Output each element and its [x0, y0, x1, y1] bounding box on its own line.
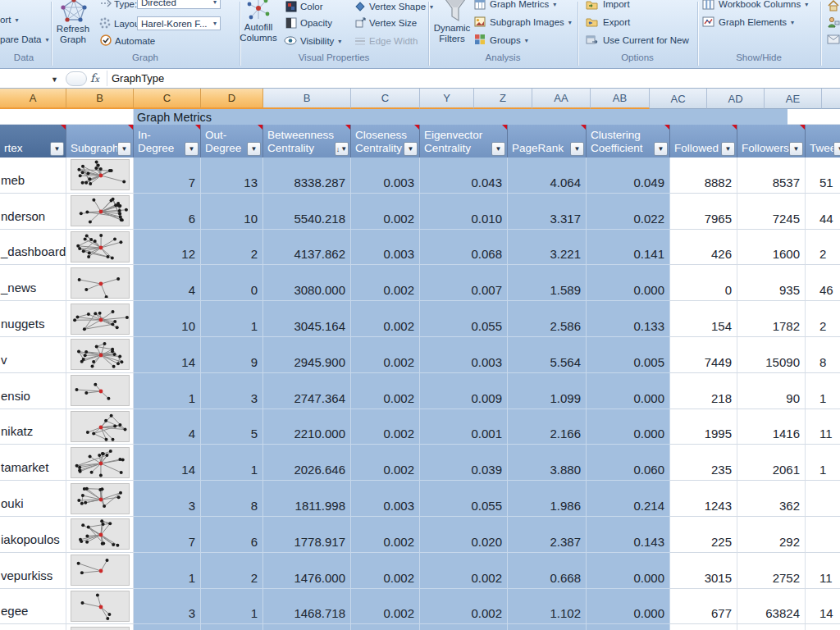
- eigenvector-cell-partial-13[interactable]: [420, 624, 508, 630]
- vertex-cell-v[interactable]: v: [0, 337, 66, 373]
- eigenvector-cell-ouki[interactable]: 0.055: [420, 481, 508, 517]
- tweets-cell-tamarket[interactable]: 1: [806, 445, 840, 481]
- out-degree-cell-nikatz[interactable]: 5: [201, 409, 263, 445]
- betweenness-cell-vepurkiss[interactable]: 1476.000: [263, 553, 351, 589]
- col-pagerank-header[interactable]: PageRank▼: [508, 125, 587, 158]
- out-degree-cell-meb[interactable]: 13: [201, 158, 263, 194]
- col-followers-filter-button[interactable]: ▼: [789, 142, 803, 156]
- eigenvector-cell-vepurkiss[interactable]: 0.002: [420, 553, 508, 589]
- autofill-columns-button[interactable]: Autofill Columns: [235, 22, 282, 43]
- followed-cell-egee[interactable]: 677: [670, 589, 737, 625]
- col-out_degree-header[interactable]: Out-Degree▼: [201, 125, 263, 158]
- clustering-cell-nderson[interactable]: 0.022: [587, 194, 670, 230]
- vertex-cell-ouki[interactable]: ouki: [0, 481, 66, 517]
- graph-elements-button[interactable]: Graph Elements▾: [719, 16, 794, 29]
- vertex-size-button[interactable]: Vertex Size: [369, 16, 417, 30]
- followers-cell-tamarket[interactable]: 2061: [737, 445, 806, 481]
- vertex-cell-meb[interactable]: meb: [0, 158, 66, 194]
- followers-cell-ensio[interactable]: 90: [737, 373, 806, 409]
- column-letter-b-1[interactable]: B: [66, 89, 134, 109]
- subgraph-cell-meb[interactable]: [66, 158, 134, 194]
- followers-cell--dashboards[interactable]: 1600: [737, 230, 806, 266]
- closeness-cell-ouki[interactable]: 0.003: [351, 481, 420, 517]
- subgraph-cell-partial-13[interactable]: [66, 624, 134, 630]
- out-degree-cell-nderson[interactable]: 10: [201, 194, 263, 230]
- followed-cell-nderson[interactable]: 7965: [670, 194, 737, 230]
- col-tweets-filter-button[interactable]: ▼: [833, 142, 840, 156]
- prepare-data-button[interactable]: pare Data▾: [0, 33, 49, 46]
- vertex-cell-iakopoulos[interactable]: iakopoulos: [0, 517, 66, 553]
- col-subgraph-filter-button[interactable]: ▼: [117, 142, 131, 156]
- followed-cell-nuggets[interactable]: 154: [670, 301, 737, 337]
- closeness-cell-partial-13[interactable]: [351, 624, 420, 630]
- automate-button[interactable]: Automate: [115, 34, 155, 48]
- closeness-cell-meb[interactable]: 0.003: [351, 158, 420, 194]
- column-letter-y-6[interactable]: Y: [420, 89, 474, 109]
- betweenness-cell-nderson[interactable]: 5540.218: [263, 194, 351, 230]
- subgraph-cell-ensio[interactable]: [66, 373, 134, 409]
- col-followed-filter-button[interactable]: ▼: [721, 142, 735, 156]
- tweets-cell-vepurkiss[interactable]: 11: [806, 553, 840, 589]
- betweenness-cell-partial-13[interactable]: [263, 624, 351, 630]
- betweenness-cell-nikatz[interactable]: 2210.000: [263, 409, 351, 445]
- betweenness-cell-egee[interactable]: 1468.718: [263, 589, 351, 625]
- followers-cell-ouki[interactable]: 362: [737, 481, 806, 517]
- col-eigenvector-filter-button[interactable]: ▼: [491, 142, 505, 156]
- clustering-cell-partial-13[interactable]: [587, 624, 670, 630]
- col-closeness-filter-button[interactable]: ▼: [404, 142, 418, 156]
- subgraph-cell-ouki[interactable]: [66, 481, 134, 517]
- vertex-cell--dashboards[interactable]: _dashboards: [0, 230, 66, 266]
- closeness-cell--news[interactable]: 0.002: [351, 265, 420, 301]
- vertex-cell-egee[interactable]: egee: [0, 589, 66, 625]
- dynamic-filters-button[interactable]: Dynamic Filters: [428, 23, 476, 44]
- in-degree-cell-iakopoulos[interactable]: 7: [134, 517, 201, 553]
- out-degree-cell--dashboards[interactable]: 2: [201, 230, 263, 266]
- pagerank-cell-partial-13[interactable]: [508, 624, 587, 630]
- clustering-cell-v[interactable]: 0.005: [587, 337, 670, 373]
- closeness-cell-vepurkiss[interactable]: 0.002: [351, 553, 420, 589]
- out-degree-cell-tamarket[interactable]: 1: [201, 445, 263, 481]
- in-degree-cell-vepurkiss[interactable]: 1: [134, 553, 201, 589]
- subgraph-cell-tamarket[interactable]: [66, 445, 134, 481]
- out-degree-cell-vepurkiss[interactable]: 2: [201, 553, 263, 589]
- in-degree-cell-nderson[interactable]: 6: [134, 194, 201, 230]
- eigenvector-cell-iakopoulos[interactable]: 0.020: [420, 517, 508, 553]
- subgraph-images-button[interactable]: Subgraph Images▾: [490, 16, 572, 29]
- closeness-cell-tamarket[interactable]: 0.002: [351, 445, 420, 481]
- closeness-cell-iakopoulos[interactable]: 0.002: [351, 517, 420, 553]
- clustering-cell-ensio[interactable]: 0.000: [587, 373, 670, 409]
- followers-cell-egee[interactable]: 63824: [737, 589, 806, 625]
- out-degree-cell-ensio[interactable]: 3: [201, 373, 263, 409]
- followers-cell-vepurkiss[interactable]: 2752: [737, 553, 806, 589]
- subgraph-cell-v[interactable]: [66, 337, 134, 373]
- tweets-cell-v[interactable]: 8: [806, 337, 840, 373]
- followers-cell-nderson[interactable]: 7245: [737, 194, 806, 230]
- eigenvector-cell--dashboards[interactable]: 0.068: [420, 230, 508, 266]
- banner-cell-empty-left[interactable]: [0, 109, 134, 125]
- vertex-cell-nuggets[interactable]: nuggets: [0, 301, 66, 337]
- subgraph-cell-egee[interactable]: [66, 589, 134, 625]
- vertex-cell-ensio[interactable]: ensio: [0, 373, 66, 409]
- followers-cell-partial-13[interactable]: [737, 624, 806, 630]
- followed-cell-nikatz[interactable]: 1995: [670, 409, 737, 445]
- subgraph-cell-nikatz[interactable]: [66, 409, 134, 445]
- visibility-button[interactable]: Visibility▾: [300, 34, 341, 48]
- eigenvector-cell-ensio[interactable]: 0.009: [420, 373, 508, 409]
- column-letter-a-13[interactable]: A: [822, 89, 840, 109]
- col-followed-header[interactable]: Followed▼: [670, 125, 737, 158]
- in-degree-cell-egee[interactable]: 3: [134, 589, 201, 625]
- closeness-cell-nuggets[interactable]: 0.002: [351, 301, 420, 337]
- vertex-cell-vepurkiss[interactable]: vepurkiss: [0, 553, 66, 589]
- pagerank-cell-egee[interactable]: 1.102: [508, 589, 587, 625]
- tweets-cell--dashboards[interactable]: 2: [806, 230, 840, 266]
- clustering-cell--news[interactable]: 0.000: [587, 265, 670, 301]
- betweenness-cell--news[interactable]: 3080.000: [263, 265, 351, 301]
- col-out_degree-filter-button[interactable]: ▼: [247, 142, 261, 156]
- groups-button[interactable]: Groups▾: [490, 34, 528, 47]
- closeness-cell--dashboards[interactable]: 0.003: [351, 230, 420, 266]
- tweets-cell-ensio[interactable]: 1: [806, 373, 840, 409]
- eigenvector-cell-nikatz[interactable]: 0.001: [420, 409, 508, 445]
- eigenvector-cell-nderson[interactable]: 0.010: [420, 194, 508, 230]
- tweets-cell-partial-13[interactable]: [806, 624, 840, 630]
- refresh-graph-button[interactable]: Refresh Graph: [48, 24, 98, 45]
